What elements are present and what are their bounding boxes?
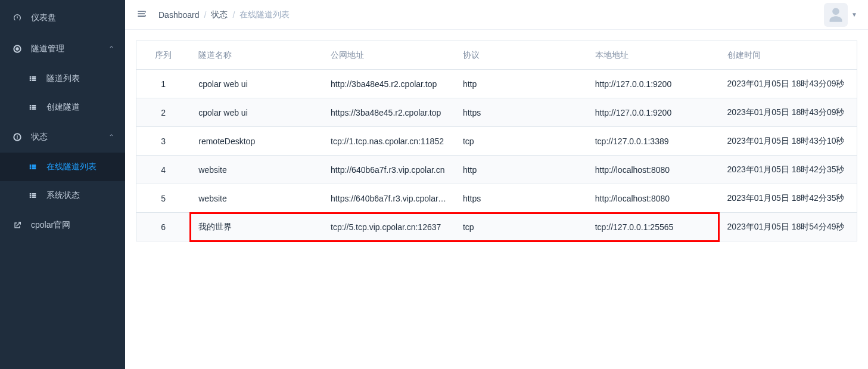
cell-proto: https <box>455 98 587 127</box>
cell-proto: https <box>455 184 587 213</box>
list-icon <box>27 163 38 171</box>
cell-local: http://localhost:8080 <box>587 156 719 184</box>
cell-url: http://3ba48e45.r2.cpolar.top <box>322 70 455 98</box>
cell-local: http://localhost:8080 <box>587 184 719 213</box>
table-row[interactable]: 4websitehttp://640b6a7f.r3.vip.cpolar.cn… <box>136 156 857 184</box>
cell-local: http://127.0.0.1:9200 <box>587 98 719 127</box>
col-time: 创建时间 <box>719 41 857 70</box>
avatar <box>824 3 848 27</box>
col-idx: 序列 <box>136 41 191 70</box>
sidebar-item-label: 系统状态 <box>46 190 80 201</box>
list-icon <box>27 75 38 83</box>
list-icon <box>27 191 38 200</box>
col-name: 隧道名称 <box>190 41 322 70</box>
dashboard-icon <box>12 13 23 23</box>
chevron-up-icon: ⌃ <box>108 45 114 53</box>
cell-name: website <box>190 156 322 184</box>
table-row[interactable]: 3remoteDesktoptcp://1.tcp.nas.cpolar.cn:… <box>136 127 857 156</box>
cell-url: https://3ba48e45.r2.cpolar.top <box>322 98 455 127</box>
sidebar-item-system-status[interactable]: 系统状态 <box>0 181 125 210</box>
tunnel-icon <box>12 44 23 54</box>
cell-local: tcp://127.0.0.1:25565 <box>587 213 719 241</box>
col-proto: 协议 <box>455 41 587 70</box>
table-row[interactable]: 5websitehttps://640b6a7f.r3.vip.cpolar.c… <box>136 184 857 213</box>
cell-name: website <box>190 184 322 213</box>
cell-time: 2023年01月05日 18时43分09秒 <box>719 98 857 127</box>
table-header-row: 序列 隧道名称 公网地址 协议 本地地址 创建时间 <box>136 41 857 70</box>
cell-idx: 6 <box>136 213 191 241</box>
topbar: Dashboard / 状态 / 在线隧道列表 ▼ <box>125 0 868 30</box>
menu-toggle-icon[interactable] <box>136 8 148 21</box>
col-local: 本地地址 <box>587 41 719 70</box>
sidebar-item-status[interactable]: 状态 ⌃ <box>0 122 125 153</box>
cell-url: tcp://5.tcp.vip.cpolar.cn:12637 <box>322 213 455 241</box>
list-icon <box>27 103 38 111</box>
breadcrumb-sep: / <box>232 10 235 20</box>
sidebar-item-label: 状态 <box>31 132 48 142</box>
sidebar-item-online-tunnels[interactable]: 在线隧道列表 <box>0 153 125 181</box>
cell-idx: 1 <box>136 70 191 98</box>
cell-time: 2023年01月05日 18时54分49秒 <box>719 213 857 241</box>
chevron-up-icon: ⌃ <box>108 133 114 141</box>
caret-down-icon: ▼ <box>851 11 857 18</box>
sidebar-item-label: cpolar官网 <box>31 220 70 231</box>
breadcrumb-sep: / <box>204 10 207 20</box>
sidebar-item-tunnel-create[interactable]: 创建隧道 <box>0 93 125 122</box>
cell-idx: 5 <box>136 184 191 213</box>
sidebar-item-label: 仪表盘 <box>31 13 56 23</box>
sidebar-item-label: 创建隧道 <box>46 102 80 113</box>
cell-name: 我的世界 <box>190 213 322 241</box>
breadcrumb-status[interactable]: 状态 <box>211 10 228 20</box>
cell-time: 2023年01月05日 18时43分09秒 <box>719 70 857 98</box>
cell-time: 2023年01月05日 18时42分35秒 <box>719 184 857 213</box>
table-row[interactable]: 2cpolar web uihttps://3ba48e45.r2.cpolar… <box>136 98 857 127</box>
sidebar-item-tunnel-list[interactable]: 隧道列表 <box>0 64 125 93</box>
sidebar-item-label: 在线隧道列表 <box>46 162 97 172</box>
table-wrap: 序列 隧道名称 公网地址 协议 本地地址 创建时间 1cpolar web ui… <box>136 41 857 241</box>
cell-name: cpolar web ui <box>190 70 322 98</box>
cell-proto: http <box>455 156 587 184</box>
cell-idx: 3 <box>136 127 191 156</box>
cell-local: tcp://127.0.0.1:3389 <box>587 127 719 156</box>
sidebar: 仪表盘 隧道管理 ⌃ 隧道列表 创建隧道 状态 ⌃ <box>0 0 125 369</box>
col-url: 公网地址 <box>322 41 455 70</box>
breadcrumb-current: 在线隧道列表 <box>239 10 290 20</box>
cell-url: https://640b6a7f.r3.vip.cpolar.cn <box>322 184 455 213</box>
table-row[interactable]: 6我的世界tcp://5.tcp.vip.cpolar.cn:12637tcpt… <box>136 213 857 241</box>
status-icon <box>12 132 23 142</box>
sidebar-item-official-site[interactable]: cpolar官网 <box>0 210 125 241</box>
cell-local: http://127.0.0.1:9200 <box>587 70 719 98</box>
sidebar-item-label: 隧道列表 <box>46 73 80 84</box>
external-link-icon <box>12 221 23 230</box>
breadcrumb: Dashboard / 状态 / 在线隧道列表 <box>158 10 290 20</box>
cell-proto: tcp <box>455 213 587 241</box>
cell-proto: http <box>455 70 587 98</box>
cell-name: cpolar web ui <box>190 98 322 127</box>
sidebar-item-dashboard[interactable]: 仪表盘 <box>0 2 125 33</box>
cell-name: remoteDesktop <box>190 127 322 156</box>
cell-time: 2023年01月05日 18时43分10秒 <box>719 127 857 156</box>
cell-idx: 4 <box>136 156 191 184</box>
cell-url: tcp://1.tcp.nas.cpolar.cn:11852 <box>322 127 455 156</box>
user-menu[interactable]: ▼ <box>824 3 857 27</box>
sidebar-item-label: 隧道管理 <box>31 44 64 54</box>
cell-url: http://640b6a7f.r3.vip.cpolar.cn <box>322 156 455 184</box>
cell-proto: tcp <box>455 127 587 156</box>
cell-idx: 2 <box>136 98 191 127</box>
tunnel-table: 序列 隧道名称 公网地址 协议 本地地址 创建时间 1cpolar web ui… <box>136 41 857 241</box>
cell-time: 2023年01月05日 18时42分35秒 <box>719 156 857 184</box>
sidebar-item-tunnel-mgmt[interactable]: 隧道管理 ⌃ <box>0 33 125 64</box>
table-row[interactable]: 1cpolar web uihttp://3ba48e45.r2.cpolar.… <box>136 70 857 98</box>
breadcrumb-dashboard[interactable]: Dashboard <box>158 10 200 20</box>
